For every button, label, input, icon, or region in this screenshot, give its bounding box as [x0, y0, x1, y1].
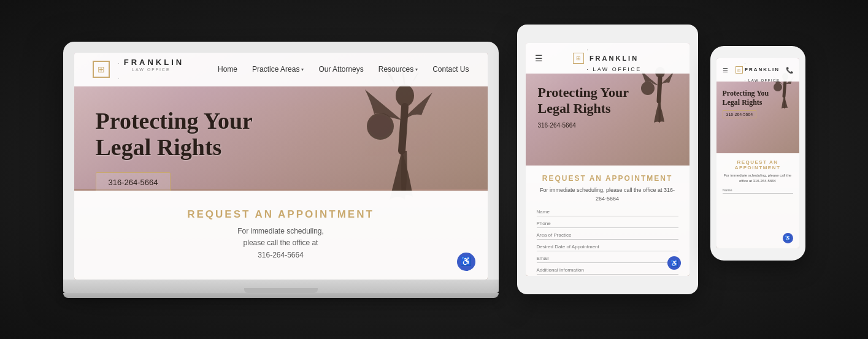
phone-logo-text: · FRANKLIN · LAW OFFICE	[745, 61, 780, 82]
nav-link-resources[interactable]: Resources ▾	[378, 65, 418, 74]
svg-line-8	[784, 80, 785, 96]
phone-hero-content: Protecting You Legal Rights 316-264-5664	[723, 89, 769, 118]
phone-appointment: REQUEST AN APPOINTMENT For immediate sch…	[716, 153, 799, 248]
devices-container: · Franklin LAW OFFICE · Home Practice Ar…	[0, 0, 868, 339]
tablet-appt-text2: please call the office at	[606, 187, 662, 193]
laptop-appt-text1: For immediate scheduling,	[237, 227, 324, 235]
tablet-logo-text: · FRANKLIN · LAW OFFICE	[586, 47, 642, 72]
laptop-appt-accessibility-icon[interactable]: ♿	[457, 253, 475, 271]
svg-line-5	[659, 78, 660, 101]
svg-line-1	[402, 107, 405, 151]
tablet-field-area: Area of Practice	[537, 232, 678, 240]
wheelchair-icon: ♿	[461, 256, 471, 267]
phone-nav: ☰ · FRANKLIN · LAW OFFICE 📞	[716, 58, 799, 82]
wheelchair-icon-phone: ♿	[785, 235, 791, 241]
laptop-hero-title-line2: Legal Rights	[96, 134, 222, 160]
tablet-field-name: Name	[537, 209, 678, 216]
tablet-appt-accessibility-icon[interactable]: ♿	[667, 256, 681, 270]
laptop-hero-title: Protecting Your Legal Rights	[96, 108, 253, 161]
laptop-nav-links: Home Practice Areas ▾ Our Attorneys Reso…	[218, 65, 469, 74]
svg-point-3	[369, 115, 391, 137]
laptop-logo: · Franklin LAW OFFICE ·	[93, 56, 185, 83]
nav-link-home[interactable]: Home	[218, 65, 237, 74]
tablet-hamburger-icon[interactable]: ☰	[535, 53, 543, 64]
laptop-nav: · Franklin LAW OFFICE · Home Practice Ar…	[74, 53, 488, 86]
tablet-field-info: Additional Information	[537, 267, 678, 275]
laptop-screen: · Franklin LAW OFFICE · Home Practice Ar…	[74, 53, 488, 280]
laptop-appt-phone: 316-264-5664	[258, 251, 304, 259]
phone-appt-phone: 316-264-5664	[753, 179, 776, 183]
laptop-device: · Franklin LAW OFFICE · Home Practice Ar…	[63, 42, 499, 298]
svg-point-6	[641, 82, 655, 95]
phone-logo-icon	[735, 66, 743, 74]
tablet-law-office: LAW OFFICE	[593, 66, 642, 72]
tablet-appt-text1: For immediate scheduling,	[540, 187, 605, 193]
phone-hero-title-line2: Legal Rights	[723, 98, 762, 107]
phone-logo: · FRANKLIN · LAW OFFICE	[735, 58, 780, 84]
laptop-hero-phone[interactable]: 316-264-5664	[96, 172, 171, 192]
tablet-field-date: Desired Date of Appointment	[537, 244, 678, 251]
nav-link-practice[interactable]: Practice Areas ▾	[252, 65, 304, 74]
laptop-hero-content: Protecting Your Legal Rights 316-264-566…	[96, 108, 253, 192]
laptop-hero-title-line1: Protecting Your	[96, 108, 253, 134]
phone-law-office: LAW OFFICE	[748, 78, 780, 82]
tablet-hero-title-line2: Legal Rights	[538, 101, 611, 116]
phone-screen: ☰ · FRANKLIN · LAW OFFICE 📞	[716, 58, 799, 248]
tablet-nav: ☰ · FRANKLIN · LAW OFFICE	[526, 43, 689, 74]
tablet-device: ☰ · FRANKLIN · LAW OFFICE	[517, 25, 698, 294]
tablet-hero-title: Protecting Your Legal Rights	[538, 85, 629, 117]
phone-field-name: Name	[723, 188, 793, 194]
tablet-hero-phone: 316-264-5664	[538, 122, 629, 129]
tablet-appt-text: For immediate scheduling, please call th…	[537, 186, 678, 203]
tablet-hero-title-line1: Protecting Your	[538, 85, 629, 100]
phone-hamburger-icon[interactable]: ☰	[723, 67, 728, 74]
phone-appt-title: REQUEST AN APPOINTMENT	[723, 159, 793, 170]
phone-hero-title-line1: Protecting You	[723, 89, 769, 97]
phone-hero-title: Protecting You Legal Rights	[723, 89, 769, 107]
laptop-logo-sub: LAW OFFICE	[118, 67, 185, 72]
laptop-appt-title: REQUEST AN APPOINTMENT	[187, 208, 374, 221]
tablet-field-phone: Phone	[537, 221, 678, 228]
phone-hero-phone: 316-264-5664	[723, 110, 757, 118]
laptop-logo-name: Franklin	[124, 58, 184, 67]
laptop-appt-text2: please call the office at	[244, 238, 318, 247]
tablet-appointment: REQUEST AN APPOINTMENT For immediate sch…	[526, 166, 689, 276]
nav-link-contact[interactable]: Contact Us	[432, 65, 469, 74]
nav-link-attorneys[interactable]: Our Attorneys	[318, 65, 363, 74]
phone-call-icon[interactable]: 📞	[786, 67, 793, 74]
tablet-field-email: Email	[537, 256, 678, 263]
laptop-logo-text: Franklin LAW OFFICE	[118, 59, 185, 72]
phone-appt-text: For immediate scheduling, please call th…	[723, 173, 793, 184]
laptop-foot	[63, 293, 499, 298]
laptop-appointment: REQUEST AN APPOINTMENT For immediate sch…	[74, 191, 488, 280]
phone-firm-name: FRANKLIN	[745, 67, 780, 73]
phone-device: ☰ · FRANKLIN · LAW OFFICE 📞	[710, 46, 805, 261]
wheelchair-icon-tablet: ♿	[670, 260, 678, 267]
phone-appt-text1: For immediate scheduling,	[724, 173, 767, 177]
laptop-logo-icon	[93, 61, 110, 78]
phone-appt-accessibility-icon[interactable]: ♿	[783, 233, 793, 243]
tablet-hero-content: Protecting Your Legal Rights 316-264-566…	[538, 85, 629, 129]
tablet-firm-name: FRANKLIN	[586, 54, 642, 63]
laptop-base	[63, 280, 499, 293]
tablet-logo: · FRANKLIN · LAW OFFICE	[573, 43, 642, 74]
laptop-appt-text: For immediate scheduling, please call th…	[237, 226, 324, 261]
tablet-appt-title: REQUEST AN APPOINTMENT	[537, 174, 678, 183]
tablet-screen: ☰ · FRANKLIN · LAW OFFICE	[526, 43, 689, 276]
tablet-logo-icon	[573, 53, 584, 64]
